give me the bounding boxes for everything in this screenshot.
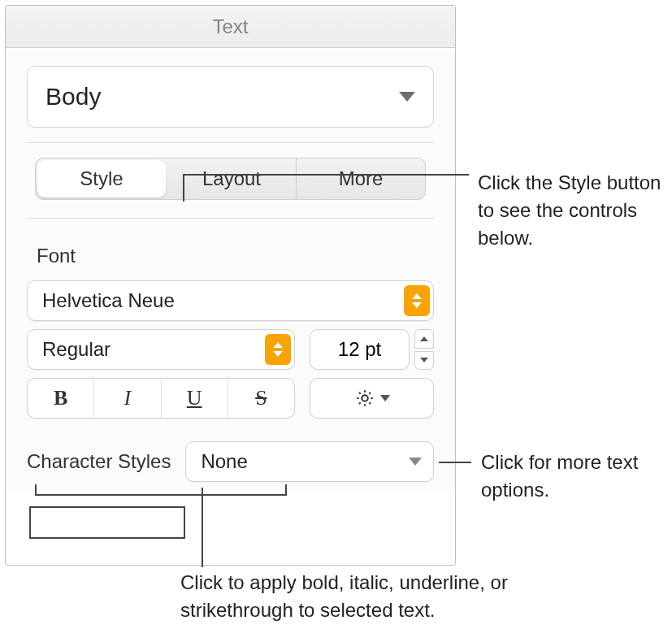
- callout-line: [439, 462, 471, 463]
- tab-style[interactable]: Style: [37, 160, 166, 197]
- strikethrough-icon: S: [255, 386, 267, 410]
- font-row-formats-gear: B I U S: [27, 378, 434, 419]
- callout-style-button: Click the Style button to see the contro…: [478, 169, 665, 252]
- character-styles-label: Character Styles: [27, 450, 171, 473]
- caret-up-icon: [420, 336, 428, 341]
- strikethrough-button[interactable]: S: [228, 379, 294, 418]
- font-row-typeface-size: Regular 12 pt: [27, 329, 434, 370]
- updown-arrows-icon: [404, 285, 430, 316]
- callout-formats: Click to apply bold, italic, underline, …: [180, 569, 595, 624]
- callout-connector: [202, 488, 203, 567]
- gear-icon: [354, 388, 375, 409]
- divider: [27, 218, 434, 219]
- font-size-group: 12 pt: [310, 329, 434, 370]
- chevron-down-icon: [380, 395, 390, 401]
- font-family-select[interactable]: Helvetica Neue: [27, 280, 434, 321]
- caret-down-icon: [420, 358, 428, 362]
- paragraph-style-value: Body: [46, 83, 101, 111]
- character-styles-row: Character Styles None: [27, 441, 434, 482]
- callout-line: [193, 174, 469, 176]
- tab-style-label: Style: [80, 167, 123, 190]
- tabs-container: Style Layout More: [27, 158, 434, 218]
- panel-body: Body Style Layout More Font Helvetica Ne…: [6, 48, 455, 490]
- bold-icon: B: [54, 386, 67, 410]
- character-styles-select[interactable]: None: [185, 441, 434, 482]
- tab-more-label: More: [339, 167, 384, 190]
- font-size-field[interactable]: 12 pt: [310, 329, 410, 370]
- underline-icon: U: [187, 386, 202, 410]
- bold-button[interactable]: B: [28, 379, 94, 418]
- text-format-group: B I U S: [27, 378, 295, 419]
- text-inspector-panel: Text Body Style Layout More Font: [5, 5, 456, 566]
- font-section-label: Font: [37, 245, 434, 267]
- panel-header: Text: [6, 6, 455, 48]
- character-styles-value: None: [201, 450, 247, 473]
- tab-layout[interactable]: Layout: [167, 158, 297, 199]
- callout-gear: Click for more text options.: [481, 449, 660, 504]
- font-typeface-value: Regular: [42, 338, 111, 361]
- view-segmented-control: Style Layout More: [35, 158, 426, 200]
- font-typeface-select[interactable]: Regular: [27, 329, 295, 370]
- font-family-value: Helvetica Neue: [42, 289, 175, 312]
- chevron-down-icon: [399, 92, 415, 102]
- chevron-down-icon: [409, 458, 422, 466]
- font-size-stepper: [414, 329, 434, 370]
- updown-arrows-icon: [265, 334, 291, 365]
- italic-icon: I: [124, 386, 132, 410]
- tab-more[interactable]: More: [297, 158, 425, 199]
- tab-layout-label: Layout: [202, 167, 261, 190]
- font-size-step-up[interactable]: [414, 329, 434, 349]
- callout-connector: [183, 174, 184, 202]
- paragraph-style-select[interactable]: Body: [27, 66, 434, 128]
- font-size-value: 12 pt: [338, 338, 381, 361]
- font-size-step-down[interactable]: [414, 351, 434, 371]
- underline-button[interactable]: U: [162, 379, 228, 418]
- panel-title: Text: [212, 15, 248, 38]
- italic-button[interactable]: I: [94, 379, 161, 418]
- divider: [27, 142, 434, 143]
- callout-bracket: [35, 484, 287, 496]
- more-text-options-button[interactable]: [310, 378, 434, 419]
